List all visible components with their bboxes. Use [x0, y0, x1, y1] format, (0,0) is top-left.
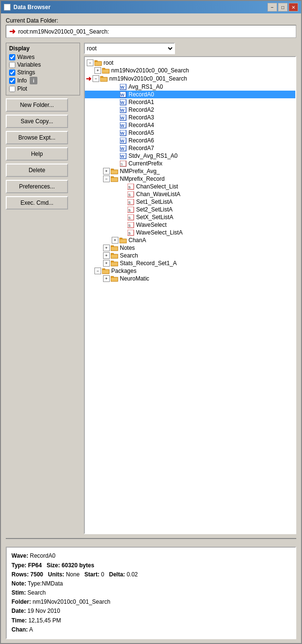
tree-node-chanselect[interactable]: S ChanSelect_List [85, 183, 295, 190]
folder-path-row: ➜ root:nm19Nov2010c0_001_Search: [6, 25, 296, 38]
tree-node-recorda5[interactable]: W RecordA5 [85, 129, 295, 137]
tree-node-waveselectlista[interactable]: S WaveSelect_ListA [85, 229, 295, 236]
tree-node-set2[interactable]: S Set2_SetListA [85, 206, 295, 213]
new-folder-button[interactable]: New Folder... [6, 98, 68, 112]
close-button[interactable]: ✕ [289, 3, 298, 12]
svg-rect-54 [120, 239, 126, 243]
tree-node-search[interactable]: + Search [85, 252, 295, 259]
help-button[interactable]: Help [6, 147, 68, 161]
checkbox-info-input[interactable] [9, 78, 15, 84]
expander-nm000[interactable]: + [94, 67, 101, 74]
checkbox-variables-input[interactable] [9, 62, 15, 68]
tree-node-nmprefix-record[interactable]: − NMprefix_Record [85, 175, 295, 183]
expander-none [119, 183, 126, 190]
expander-none [112, 122, 118, 129]
expander-search[interactable]: + [103, 252, 110, 259]
checkbox-plot-label: Plot [17, 85, 27, 92]
expander-notes[interactable]: + [103, 245, 110, 251]
delete-button[interactable]: Delete [6, 164, 68, 177]
folder-icon [100, 75, 108, 82]
tree-node-waveselect[interactable]: S WaveSelect [85, 221, 295, 229]
label-chana: ChanA [128, 237, 146, 244]
expander-neuromatic[interactable]: + [103, 275, 110, 282]
tree-node-recorda3[interactable]: W RecordA3 [85, 114, 295, 121]
info-type-row: Type: FP64 Size: 60320 bytes [12, 561, 290, 570]
expander-none [112, 160, 118, 167]
tree-node-currentprefix[interactable]: S CurrentPrefix [85, 160, 295, 167]
tree-node-recorda0[interactable]: W RecordA0 [85, 91, 295, 98]
folder-icon [94, 59, 102, 66]
tree-node-recorda1[interactable]: W RecordA1 [85, 98, 295, 106]
tree-node-packages[interactable]: − Packages [85, 267, 295, 275]
svg-rect-1 [94, 60, 97, 62]
expander-chana[interactable]: + [112, 237, 118, 244]
info-delta-label: Delta: [109, 571, 125, 578]
exec-cmd-button[interactable]: Exec. Cmd... [6, 196, 68, 210]
svg-text:S: S [128, 231, 131, 235]
info-date-label: Date: [12, 608, 26, 614]
tree-node-recorda6[interactable]: W RecordA6 [85, 137, 295, 144]
label-recorda7: RecordA7 [128, 145, 154, 152]
svg-rect-34 [111, 170, 117, 174]
expander-statsrecord[interactable]: + [103, 260, 110, 267]
svg-rect-57 [111, 247, 117, 250]
tree-node-nmprefix-avg[interactable]: + NMPrefix_Avg_ [85, 167, 295, 175]
svg-text:W: W [120, 154, 125, 159]
browse-expt-button[interactable]: Browse Expt... [6, 131, 68, 144]
maximize-button[interactable]: □ [278, 3, 288, 12]
info-folder-value: nm19Nov2010c0_001_Search [33, 598, 110, 605]
info-chan-row: Chan: A [12, 625, 290, 634]
tree-node-avg-rs1[interactable]: W Avg_RS1_A0 [85, 83, 295, 91]
preferences-button[interactable]: Preferences... [6, 180, 68, 193]
svg-rect-60 [111, 255, 117, 258]
tree-node-stdv[interactable]: W Stdv_Avg_RS1_A0 [85, 152, 295, 160]
svg-text:S: S [128, 215, 131, 220]
svg-text:W: W [120, 116, 125, 120]
tree-node-nm000[interactable]: + nm19Nov2010c0_000_Search [85, 67, 295, 74]
tree-node-recorda2[interactable]: W RecordA2 [85, 106, 295, 114]
tree-node-neuromatic[interactable]: + NeuroMatic [85, 275, 295, 282]
expander-packages[interactable]: − [94, 268, 101, 274]
expander-none [112, 137, 118, 144]
tree-node-chanwave[interactable]: S Chan_WaveListA [85, 190, 295, 198]
tree-node-root[interactable]: − root [85, 59, 295, 67]
checkbox-strings-input[interactable] [9, 70, 15, 76]
tree-node-statsrecord[interactable]: + Stats_Record_Set1_A [85, 259, 295, 267]
tree-node-recorda4[interactable]: W RecordA4 [85, 121, 295, 129]
label-recorda4: RecordA4 [128, 122, 154, 129]
folder-icon [111, 176, 118, 182]
expander-nm001[interactable]: − [93, 75, 99, 82]
label-stdv: Stdv_Avg_RS1_A0 [128, 152, 178, 159]
tree-container[interactable]: − root + nm19Nov2010c0_000_Search [84, 56, 296, 534]
main-content: Display Waves Variables Strings [6, 43, 296, 534]
save-copy-button[interactable]: Save Copy... [6, 115, 68, 128]
var-icon: S [127, 199, 135, 205]
folder-icon [102, 268, 110, 274]
expander-nmprefix-record[interactable]: − [103, 176, 110, 182]
expander-root[interactable]: − [87, 59, 93, 66]
svg-text:W: W [120, 123, 125, 128]
info-note-label: Note: [12, 580, 26, 587]
wave-icon: W [119, 129, 127, 136]
tree-node-setx[interactable]: S SetX_SetListA [85, 213, 295, 221]
tree-node-recorda7[interactable]: W RecordA7 [85, 144, 295, 152]
svg-text:S: S [120, 162, 123, 166]
tree-node-notes[interactable]: + Notes [85, 244, 295, 252]
label-setx: SetX_SetListA [136, 214, 173, 221]
svg-text:S: S [128, 223, 131, 227]
var-icon: S [127, 183, 135, 190]
info-chan-label: Chan: [12, 626, 28, 633]
checkbox-waves-input[interactable] [9, 54, 15, 60]
tree-node-chana[interactable]: + ChanA [85, 236, 295, 244]
info-stim-value: Search [27, 589, 46, 596]
display-group: Display Waves Variables Strings [6, 43, 80, 95]
checkbox-plot-input[interactable] [9, 86, 15, 92]
tree-node-nm001[interactable]: ➜ − nm19Nov2010c0_001_Search [85, 74, 295, 83]
dropdown-row: root [84, 43, 296, 54]
expander-nmprefix-avg[interactable]: + [103, 168, 110, 175]
folder-select[interactable]: root [84, 43, 175, 54]
folder-path-text: root:nm19Nov2010c0_001_Search: [18, 28, 109, 35]
tree-node-set1[interactable]: S Set1_SetListA [85, 198, 295, 206]
minimize-button[interactable]: − [267, 3, 277, 12]
info-time-row: Time: 12,15,45 PM [12, 616, 290, 625]
